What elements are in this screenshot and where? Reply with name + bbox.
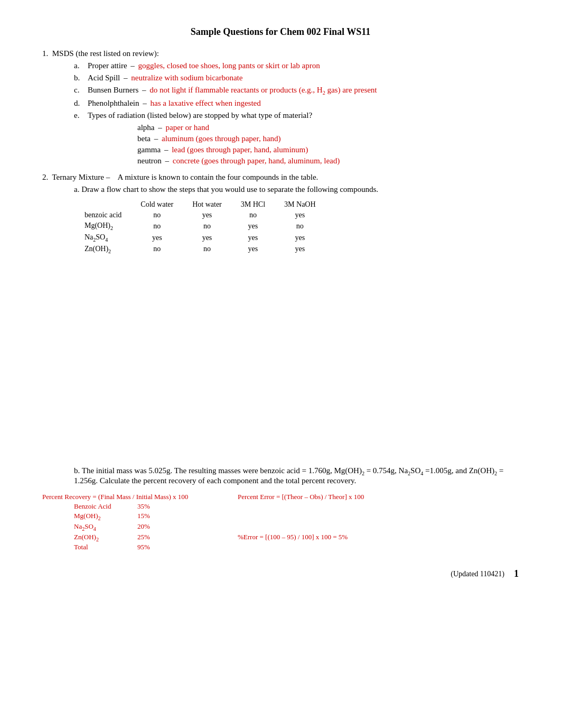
q2-sub-a-text: a. Draw a flow chart to show the steps t… <box>74 185 519 194</box>
footer-page: 1 <box>514 568 519 579</box>
q1-item-a: a. Proper attire – goggles, closed toe s… <box>74 61 519 70</box>
page-title: Sample Questions for Chem 002 Final WS11 <box>42 26 519 38</box>
question-1: 1. MSDS (the rest listed on review): a. … <box>42 49 519 165</box>
percent-section: Percent Recovery = (Final Mass / Initial… <box>42 493 519 552</box>
percent-error-formula: %Error = [(100 – 95) / 100] x 100 = 5% <box>238 533 519 541</box>
footer: (Updated 110421) 1 <box>42 568 519 579</box>
q1-label: 1. MSDS (the rest listed on review): <box>42 49 159 58</box>
compound-na2so4: Na2SO4 <box>85 232 131 244</box>
q1-list: a. Proper attire – goggles, closed toe s… <box>74 61 519 120</box>
th-hcl: 3M HCl <box>231 199 275 210</box>
compound-znoh2: Zn(OH)2 <box>85 244 131 255</box>
footer-updated: (Updated 110421) <box>451 570 504 578</box>
radiation-beta: beta – aluminum (goes through paper, han… <box>137 134 519 143</box>
th-cold: Cold water <box>131 199 183 210</box>
solubility-table: Cold water Hot water 3M HCl 3M NaOH benz… <box>85 199 325 255</box>
compound-mgoh2: Mg(OH)2 <box>85 220 131 232</box>
q1c-highlight: do not light if flammable reactants or p… <box>149 86 377 94</box>
radiation-alpha: alpha – paper or hand <box>137 123 519 132</box>
table-row: Na2SO4 yes yes yes yes <box>85 232 325 244</box>
q1-item-b: b. Acid Spill – neutralize with sodium b… <box>74 73 519 82</box>
compound-benzoic: benzoic acid <box>85 210 131 220</box>
q1-item-e: e. Types of radiation (listed below) are… <box>74 111 519 120</box>
table-row: benzoic acid no yes no yes <box>85 210 325 220</box>
question-2: 2. Ternary Mixture – A mixture is known … <box>42 173 519 255</box>
q1-item-d: d. Phenolphthalein – has a laxative effe… <box>74 99 519 108</box>
percent-row-znoh2: Zn(OH)2 25% <box>74 533 222 542</box>
percent-row-total: Total 95% <box>74 543 222 551</box>
percent-table: Benzoic Acid 35% Mg(OH)2 15% Na2SO4 20% … <box>74 502 222 551</box>
percent-right: Percent Error = [(Theor – Obs) / Theor] … <box>222 493 519 541</box>
radiation-gamma: gamma – lead (goes through paper, hand, … <box>137 145 519 154</box>
percent-row-mgoh2: Mg(OH)2 15% <box>74 512 222 521</box>
th-naoh: 3M NaOH <box>275 199 325 210</box>
q1b-highlight: neutralize with sodium bicarbonate <box>131 73 242 82</box>
percent-left: Percent Recovery = (Final Mass / Initial… <box>42 493 222 552</box>
th-compound <box>85 199 131 210</box>
radiation-list: alpha – paper or hand beta – aluminum (g… <box>137 123 519 165</box>
th-hot: Hot water <box>183 199 231 210</box>
q1a-highlight: goggles, closed toe shoes, long pants or… <box>138 61 320 70</box>
q1d-highlight: has a laxative effect when ingested <box>151 99 261 107</box>
q2-part-b: b. The initial mass was 5.025g. The resu… <box>74 466 519 485</box>
percent-recovery-title: Percent Recovery = (Final Mass / Initial… <box>42 493 222 501</box>
percent-row-benzoic: Benzoic Acid 35% <box>74 502 222 511</box>
table-row: Mg(OH)2 no no yes no <box>85 220 325 232</box>
percent-row-na2so4: Na2SO4 20% <box>74 522 222 532</box>
table-row: Zn(OH)2 no no yes yes <box>85 244 325 255</box>
radiation-neutron: neutron – concrete (goes through paper, … <box>137 156 519 165</box>
percent-error-title: Percent Error = [(Theor – Obs) / Theor] … <box>238 493 519 501</box>
q1-item-c: c. Bunsen Burners – do not light if flam… <box>74 86 519 96</box>
table-header-row: Cold water Hot water 3M HCl 3M NaOH <box>85 199 325 210</box>
